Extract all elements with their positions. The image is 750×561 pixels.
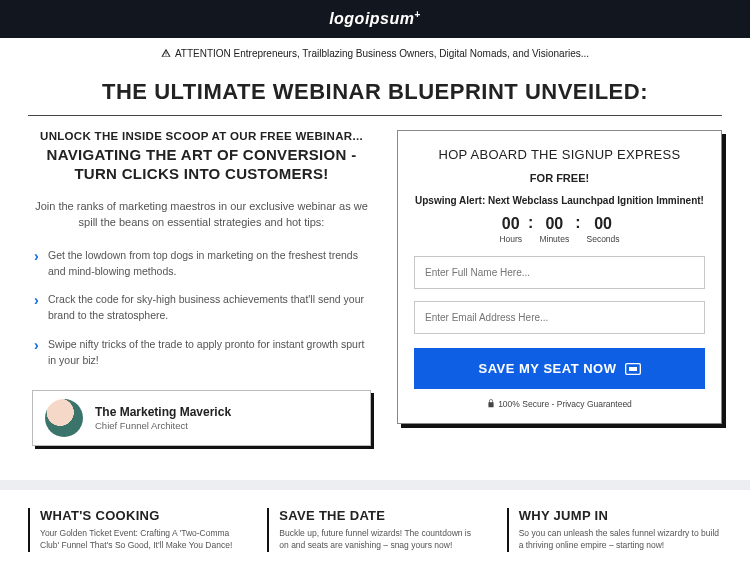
- countdown-minutes: 00 Minutes: [539, 215, 569, 244]
- profile-name: The Marketing Maverick: [95, 405, 231, 419]
- countdown-hours-label: Hours: [499, 234, 522, 244]
- attention-banner: ATTENTION Entrepreneurs, Trailblazing Bu…: [0, 38, 750, 65]
- info-col-text: Your Golden Ticket Event: Crafting A 'Tw…: [40, 527, 243, 552]
- lock-icon: [487, 399, 495, 408]
- intro-text: Join the ranks of marketing maestros in …: [34, 198, 369, 231]
- right-column: HOP ABOARD THE SIGNUP EXPRESS FOR FREE! …: [397, 130, 722, 446]
- secure-text: 100% Secure - Privacy Guaranteed: [498, 399, 632, 409]
- countdown: 00 Hours : 00 Minutes : 00 Seconds: [414, 215, 705, 244]
- list-item: Crack the code for sky-high business ach…: [30, 285, 373, 330]
- signup-box: HOP ABOARD THE SIGNUP EXPRESS FOR FREE! …: [397, 130, 722, 424]
- countdown-seconds: 00 Seconds: [587, 215, 620, 244]
- full-name-input[interactable]: [414, 256, 705, 289]
- info-col-title: SAVE THE DATE: [279, 508, 482, 523]
- cta-label: SAVE MY SEAT NOW: [478, 361, 616, 376]
- ticket-icon: [625, 363, 641, 375]
- colon-icon: :: [528, 215, 533, 231]
- bullet-list: Get the lowdown from top dogs in marketi…: [30, 241, 373, 375]
- info-col-why-jump-in: WHY JUMP IN So you can unleash the sales…: [507, 508, 722, 552]
- info-col-title: WHY JUMP IN: [519, 508, 722, 523]
- info-col-text: So you can unleash the sales funnel wiza…: [519, 527, 722, 552]
- info-columns: WHAT'S COOKING Your Golden Ticket Event:…: [0, 508, 750, 561]
- email-input[interactable]: [414, 301, 705, 334]
- signup-alert: Upswing Alert: Next Webclass Launchpad I…: [414, 194, 705, 207]
- subtitle: NAVIGATING THE ART OF CONVERSION - TURN …: [28, 146, 375, 184]
- info-col-title: WHAT'S COOKING: [40, 508, 243, 523]
- countdown-seconds-label: Seconds: [587, 234, 620, 244]
- save-seat-button[interactable]: SAVE MY SEAT NOW: [414, 348, 705, 389]
- countdown-hours-value: 00: [499, 215, 522, 233]
- colon-icon: :: [575, 215, 580, 231]
- signup-free: FOR FREE!: [414, 172, 705, 184]
- attention-text: ATTENTION Entrepreneurs, Trailblazing Bu…: [175, 48, 589, 59]
- signup-title: HOP ABOARD THE SIGNUP EXPRESS: [414, 147, 705, 162]
- info-col-save-the-date: SAVE THE DATE Buckle up, future funnel w…: [267, 508, 482, 552]
- main-title: THE ULTIMATE WEBINAR BLUEPRINT UNVEILED:: [0, 65, 750, 109]
- svg-rect-1: [629, 367, 637, 371]
- info-col-whats-cooking: WHAT'S COOKING Your Golden Ticket Event:…: [28, 508, 243, 552]
- countdown-seconds-value: 00: [587, 215, 620, 233]
- unlock-line: UNLOCK THE INSIDE SCOOP AT OUR FREE WEBI…: [28, 130, 375, 142]
- avatar: [45, 399, 83, 437]
- secure-line: 100% Secure - Privacy Guaranteed: [414, 399, 705, 409]
- info-col-text: Buckle up, future funnel wizards! The co…: [279, 527, 482, 552]
- left-column: UNLOCK THE INSIDE SCOOP AT OUR FREE WEBI…: [28, 130, 375, 446]
- section-divider: [0, 480, 750, 490]
- list-item: Swipe nifty tricks of the trade to apply…: [30, 330, 373, 375]
- countdown-hours: 00 Hours: [499, 215, 522, 244]
- countdown-minutes-value: 00: [539, 215, 569, 233]
- profile-role: Chief Funnel Architect: [95, 420, 231, 431]
- content-wrap: UNLOCK THE INSIDE SCOOP AT OUR FREE WEBI…: [28, 115, 722, 446]
- top-bar: logoipsum+: [0, 0, 750, 38]
- logo: logoipsum+: [329, 9, 421, 28]
- countdown-minutes-label: Minutes: [539, 234, 569, 244]
- warning-icon: [161, 48, 171, 58]
- profile-card: The Marketing Maverick Chief Funnel Arch…: [32, 390, 371, 446]
- list-item: Get the lowdown from top dogs in marketi…: [30, 241, 373, 286]
